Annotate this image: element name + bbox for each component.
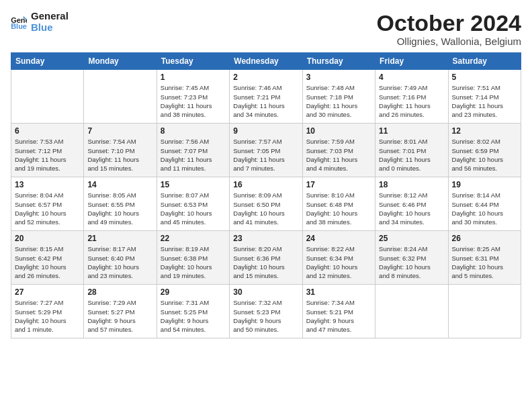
- calendar-cell: 8Sunrise: 7:56 AMSunset: 7:07 PMDaylight…: [157, 124, 229, 177]
- day-number: 3: [306, 73, 371, 82]
- day-number: 9: [233, 126, 298, 136]
- day-number: 14: [87, 180, 152, 189]
- header-wednesday: Wednesday: [230, 53, 302, 70]
- day-number: 16: [233, 180, 298, 189]
- calendar-cell: 9Sunrise: 7:57 AMSunset: 7:05 PMDaylight…: [230, 124, 302, 177]
- calendar-cell: 16Sunrise: 8:09 AMSunset: 6:50 PMDayligh…: [230, 177, 302, 231]
- day-info: Sunrise: 8:17 AMSunset: 6:40 PMDaylight:…: [87, 244, 152, 280]
- day-info: Sunrise: 8:07 AMSunset: 6:53 PMDaylight:…: [161, 191, 226, 226]
- month-title: October 2024: [377, 11, 521, 36]
- day-number: 24: [306, 234, 371, 243]
- day-info: Sunrise: 7:29 AMSunset: 5:27 PMDaylight:…: [87, 298, 152, 334]
- day-number: 2: [233, 73, 298, 82]
- day-info: Sunrise: 8:12 AMSunset: 6:46 PMDaylight:…: [379, 191, 444, 226]
- calendar-cell: 30Sunrise: 7:32 AMSunset: 5:23 PMDayligh…: [230, 285, 302, 338]
- page: General Blue General Blue October 2024 O…: [0, 0, 532, 345]
- day-number: 28: [87, 287, 152, 297]
- calendar-cell: 24Sunrise: 8:22 AMSunset: 6:34 PMDayligh…: [302, 231, 375, 285]
- day-info: Sunrise: 8:14 AMSunset: 6:44 PMDaylight:…: [452, 191, 517, 226]
- day-info: Sunrise: 7:46 AMSunset: 7:21 PMDaylight:…: [233, 83, 298, 119]
- calendar-cell: [448, 285, 521, 338]
- day-info: Sunrise: 8:20 AMSunset: 6:36 PMDaylight:…: [233, 244, 298, 280]
- day-info: Sunrise: 7:34 AMSunset: 5:21 PMDaylight:…: [306, 298, 371, 334]
- day-info: Sunrise: 7:32 AMSunset: 5:23 PMDaylight:…: [233, 298, 298, 334]
- week-row-1: 1Sunrise: 7:45 AMSunset: 7:23 PMDaylight…: [11, 70, 521, 124]
- calendar-cell: 29Sunrise: 7:31 AMSunset: 5:25 PMDayligh…: [157, 285, 229, 338]
- calendar-cell: 3Sunrise: 7:48 AMSunset: 7:18 PMDaylight…: [302, 70, 375, 124]
- day-info: Sunrise: 8:10 AMSunset: 6:48 PMDaylight:…: [306, 191, 371, 226]
- day-number: 10: [306, 126, 371, 136]
- week-row-5: 27Sunrise: 7:27 AMSunset: 5:29 PMDayligh…: [11, 285, 521, 338]
- day-info: Sunrise: 8:19 AMSunset: 6:38 PMDaylight:…: [161, 244, 226, 280]
- day-info: Sunrise: 8:15 AMSunset: 6:42 PMDaylight:…: [15, 244, 80, 280]
- calendar-cell: 19Sunrise: 8:14 AMSunset: 6:44 PMDayligh…: [448, 177, 521, 231]
- week-row-4: 20Sunrise: 8:15 AMSunset: 6:42 PMDayligh…: [11, 231, 521, 285]
- day-info: Sunrise: 7:56 AMSunset: 7:07 PMDaylight:…: [161, 137, 226, 173]
- day-info: Sunrise: 7:54 AMSunset: 7:10 PMDaylight:…: [87, 137, 152, 173]
- day-number: 1: [161, 73, 226, 82]
- day-number: 22: [161, 234, 226, 243]
- day-number: 20: [15, 234, 80, 243]
- week-row-3: 13Sunrise: 8:04 AMSunset: 6:57 PMDayligh…: [11, 177, 521, 231]
- day-number: 5: [452, 73, 517, 82]
- calendar-cell: 27Sunrise: 7:27 AMSunset: 5:29 PMDayligh…: [11, 285, 84, 338]
- calendar-cell: [11, 70, 84, 124]
- header-monday: Monday: [84, 53, 157, 70]
- day-number: 18: [379, 180, 444, 189]
- header-saturday: Saturday: [448, 53, 521, 70]
- logo-general: General: [31, 11, 69, 22]
- day-info: Sunrise: 7:27 AMSunset: 5:29 PMDaylight:…: [15, 298, 80, 334]
- calendar-cell: 2Sunrise: 7:46 AMSunset: 7:21 PMDaylight…: [230, 70, 302, 124]
- header-tuesday: Tuesday: [157, 53, 229, 70]
- day-info: Sunrise: 7:49 AMSunset: 7:16 PMDaylight:…: [379, 83, 444, 119]
- day-info: Sunrise: 8:02 AMSunset: 6:59 PMDaylight:…: [452, 137, 517, 173]
- day-info: Sunrise: 8:22 AMSunset: 6:34 PMDaylight:…: [306, 244, 371, 280]
- day-number: 12: [452, 126, 517, 136]
- day-number: 17: [306, 180, 371, 189]
- day-number: 4: [379, 73, 444, 82]
- header: General Blue General Blue October 2024 O…: [11, 11, 521, 47]
- logo-icon: General Blue: [11, 15, 27, 30]
- calendar-cell: [84, 70, 157, 124]
- location-title: Ollignies, Wallonia, Belgium: [377, 36, 521, 47]
- calendar-cell: 28Sunrise: 7:29 AMSunset: 5:27 PMDayligh…: [84, 285, 157, 338]
- header-thursday: Thursday: [302, 53, 375, 70]
- day-info: Sunrise: 8:04 AMSunset: 6:57 PMDaylight:…: [15, 191, 80, 226]
- calendar-cell: 31Sunrise: 7:34 AMSunset: 5:21 PMDayligh…: [302, 285, 375, 338]
- day-number: 11: [379, 126, 444, 136]
- calendar-table: Sunday Monday Tuesday Wednesday Thursday…: [11, 52, 521, 338]
- calendar-cell: 11Sunrise: 8:01 AMSunset: 7:01 PMDayligh…: [375, 124, 448, 177]
- header-sunday: Sunday: [11, 53, 84, 70]
- calendar-cell: 18Sunrise: 8:12 AMSunset: 6:46 PMDayligh…: [375, 177, 448, 231]
- day-number: 25: [379, 234, 444, 243]
- header-friday: Friday: [375, 53, 448, 70]
- calendar-cell: 26Sunrise: 8:25 AMSunset: 6:31 PMDayligh…: [448, 231, 521, 285]
- weekday-header-row: Sunday Monday Tuesday Wednesday Thursday…: [11, 53, 521, 70]
- calendar-cell: 17Sunrise: 8:10 AMSunset: 6:48 PMDayligh…: [302, 177, 375, 231]
- calendar-cell: 10Sunrise: 7:59 AMSunset: 7:03 PMDayligh…: [302, 124, 375, 177]
- day-info: Sunrise: 7:57 AMSunset: 7:05 PMDaylight:…: [233, 137, 298, 173]
- day-info: Sunrise: 7:53 AMSunset: 7:12 PMDaylight:…: [15, 137, 80, 173]
- calendar-cell: 14Sunrise: 8:05 AMSunset: 6:55 PMDayligh…: [84, 177, 157, 231]
- day-info: Sunrise: 8:05 AMSunset: 6:55 PMDaylight:…: [87, 191, 152, 226]
- calendar-cell: 20Sunrise: 8:15 AMSunset: 6:42 PMDayligh…: [11, 231, 84, 285]
- calendar-cell: 23Sunrise: 8:20 AMSunset: 6:36 PMDayligh…: [230, 231, 302, 285]
- calendar-cell: 15Sunrise: 8:07 AMSunset: 6:53 PMDayligh…: [157, 177, 229, 231]
- calendar-cell: 1Sunrise: 7:45 AMSunset: 7:23 PMDaylight…: [157, 70, 229, 124]
- day-number: 29: [161, 287, 226, 297]
- week-row-2: 6Sunrise: 7:53 AMSunset: 7:12 PMDaylight…: [11, 124, 521, 177]
- calendar-cell: 5Sunrise: 7:51 AMSunset: 7:14 PMDaylight…: [448, 70, 521, 124]
- title-block: October 2024 Ollignies, Wallonia, Belgiu…: [377, 11, 521, 47]
- day-number: 26: [452, 234, 517, 243]
- calendar-cell: 7Sunrise: 7:54 AMSunset: 7:10 PMDaylight…: [84, 124, 157, 177]
- calendar-cell: 4Sunrise: 7:49 AMSunset: 7:16 PMDaylight…: [375, 70, 448, 124]
- day-number: 15: [161, 180, 226, 189]
- day-number: 7: [87, 126, 152, 136]
- svg-text:Blue: Blue: [11, 22, 27, 30]
- day-number: 13: [15, 180, 80, 189]
- calendar-cell: 21Sunrise: 8:17 AMSunset: 6:40 PMDayligh…: [84, 231, 157, 285]
- logo: General Blue General Blue: [11, 11, 69, 33]
- day-info: Sunrise: 7:59 AMSunset: 7:03 PMDaylight:…: [306, 137, 371, 173]
- day-info: Sunrise: 7:45 AMSunset: 7:23 PMDaylight:…: [161, 83, 226, 119]
- calendar-cell: 25Sunrise: 8:24 AMSunset: 6:32 PMDayligh…: [375, 231, 448, 285]
